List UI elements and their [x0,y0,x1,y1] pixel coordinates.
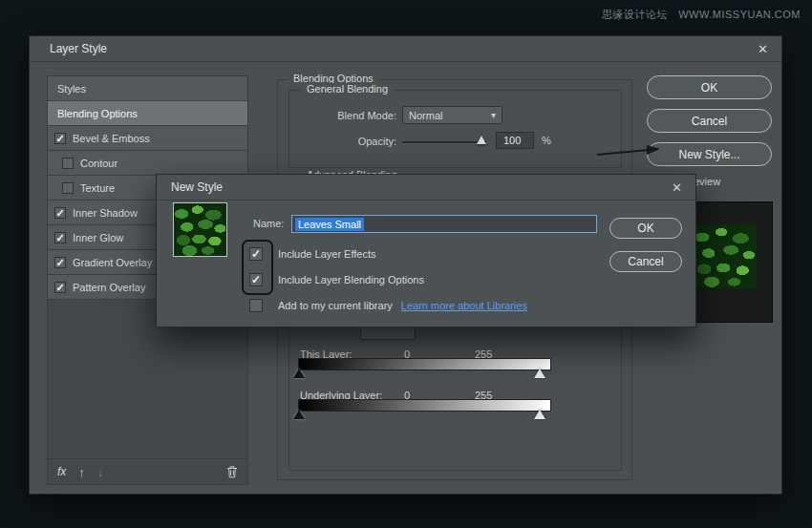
ok-button[interactable]: OK [647,75,772,99]
styles-item-label: Styles [57,83,86,95]
include-layer-effects-checkbox[interactable]: ✓ [249,247,263,261]
underlying-layer-gradient-bar [298,399,551,412]
opacity-value-field[interactable]: 100 [496,132,534,149]
close-icon[interactable]: ✕ [672,180,682,195]
styles-item-styles[interactable]: Styles [48,76,247,101]
layer-style-title: Layer Style [50,42,107,55]
style-thumbnail [173,202,227,257]
underlying-highlight-slider[interactable] [534,410,545,419]
trash-icon [226,465,238,478]
opacity-label: Opacity: [301,136,396,147]
fx-icon[interactable]: fx [57,465,66,478]
this-layer-highlight-slider[interactable] [534,369,545,378]
styles-list-footer: fx ↑ ↓ [48,458,247,484]
styles-item-label: Gradient Overlay [73,257,152,268]
this-layer-gradient-bar [298,358,551,370]
checkbox[interactable]: ✓ [54,232,66,243]
checkbox-label: Include Layer Blending Options [278,274,424,285]
opacity-value: 100 [503,135,521,146]
checkbox[interactable]: ✓ [54,282,66,293]
add-to-library-row[interactable]: Add to my current library Learn more abo… [249,298,527,313]
include-layer-effects-row[interactable]: ✓ Include Layer Effects [249,246,376,262]
layer-style-titlebar[interactable]: Layer Style ✕ [30,36,781,62]
checkbox[interactable]: ✓ [54,133,66,144]
add-to-library-checkbox[interactable] [249,299,263,312]
styles-item-blending-options[interactable]: Blending Options [48,101,247,126]
general-blending-group: General Blending Blend Mode: Normal ▾ Op… [288,90,622,168]
opacity-percent-sign: % [542,135,551,146]
styles-item-label: Blending Options [57,108,138,119]
new-style-dialog: New Style ✕ Name: Leaves Small OK Cancel… [156,174,696,327]
styles-item-bevel-emboss[interactable]: ✓ Bevel & Emboss [48,126,247,151]
styles-item-label: Contour [80,158,118,169]
style-preview-image [693,224,757,288]
screen: 思缘设计论坛 WWW.MISSYUAN.COM Layer Style ✕ St… [0,0,812,528]
checkbox[interactable] [62,182,74,194]
styles-item-label: Texture [80,182,115,194]
new-style-title: New Style [171,180,223,194]
delete-style-button[interactable] [226,465,238,478]
name-label: Name: [253,218,284,229]
ok-button[interactable]: OK [609,218,682,239]
blend-mode-dropdown[interactable]: Normal ▾ [402,106,502,124]
checkbox-label: Include Layer Effects [278,248,376,260]
styles-item-contour[interactable]: Contour [48,151,247,176]
checkbox[interactable]: ✓ [54,207,66,219]
checkbox[interactable]: ✓ [54,257,66,268]
checkbox[interactable] [62,158,74,169]
opacity-slider-knob[interactable] [477,136,486,144]
watermark: 思缘设计论坛 WWW.MISSYUAN.COM [594,8,801,22]
general-blending-legend: General Blending [302,83,393,95]
libraries-learn-more-link[interactable]: Learn more about Libraries [401,300,527,311]
move-up-icon[interactable]: ↑ [78,465,85,479]
move-down-icon[interactable]: ↓ [97,465,104,479]
opacity-slider[interactable] [402,141,486,144]
watermark-url: WWW.MISSYUAN.COM [678,9,801,20]
blend-mode-label: Blend Mode: [301,110,396,121]
styles-item-label: Inner Glow [73,232,123,243]
underlying-shadow-slider[interactable] [293,410,305,419]
this-layer-shadow-slider[interactable] [293,369,305,378]
styles-item-label: Pattern Overlay [73,282,145,293]
watermark-site: 思缘设计论坛 [602,9,668,20]
cancel-button[interactable]: Cancel [647,109,772,133]
style-name-selected-text: Leaves Small [295,218,364,231]
cancel-button[interactable]: Cancel [609,251,682,272]
blend-mode-value: Normal [409,110,442,121]
include-blending-options-checkbox[interactable]: ✓ [249,273,263,286]
chevron-down-icon: ▾ [491,110,496,120]
style-name-input[interactable]: Leaves Small [291,215,597,233]
include-blending-options-row[interactable]: ✓ Include Layer Blending Options [249,272,424,287]
new-style-titlebar[interactable]: New Style ✕ [157,175,695,201]
styles-item-label: Bevel & Emboss [73,133,150,144]
new-style-button[interactable]: New Style... [647,142,772,166]
styles-item-label: Inner Shadow [73,207,138,219]
checkbox-label: Add to my current library [278,300,393,311]
close-icon[interactable]: ✕ [758,42,768,56]
